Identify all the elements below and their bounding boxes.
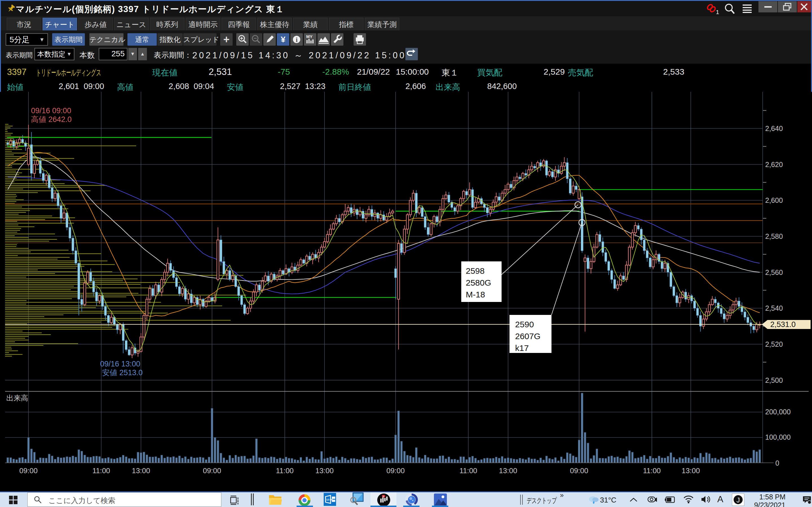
svg-text:1: 1 bbox=[716, 9, 719, 15]
svg-text:11:00: 11:00 bbox=[643, 466, 661, 475]
svg-text:09:00: 09:00 bbox=[19, 466, 38, 475]
svg-text:2,540: 2,540 bbox=[765, 304, 783, 312]
svg-text:100,000: 100,000 bbox=[765, 433, 791, 441]
svg-text:13:00: 13:00 bbox=[499, 466, 517, 475]
svg-text:2,531.0: 2,531.0 bbox=[770, 320, 796, 329]
svg-text:2607G: 2607G bbox=[515, 332, 541, 341]
svg-text:200,000: 200,000 bbox=[765, 408, 791, 416]
svg-text:09:00: 09:00 bbox=[386, 466, 405, 475]
svg-text:2580G: 2580G bbox=[466, 278, 491, 287]
svg-text:09:00: 09:00 bbox=[203, 466, 221, 475]
svg-text:k17: k17 bbox=[515, 343, 529, 353]
svg-text:MY: MY bbox=[306, 34, 313, 39]
svg-text:2,640: 2,640 bbox=[765, 124, 783, 132]
svg-text:2598: 2598 bbox=[466, 266, 485, 276]
svg-text:M-18: M-18 bbox=[466, 290, 485, 299]
svg-text:出来高: 出来高 bbox=[6, 394, 28, 402]
svg-text:2,600: 2,600 bbox=[765, 196, 783, 204]
svg-text:09:00: 09:00 bbox=[570, 466, 588, 475]
svg-text:13:00: 13:00 bbox=[315, 466, 334, 475]
svg-text:安値 2513.0: 安値 2513.0 bbox=[102, 369, 143, 377]
svg-text:0: 0 bbox=[775, 459, 779, 467]
svg-text:2,520: 2,520 bbox=[765, 340, 783, 348]
svg-text:11:00: 11:00 bbox=[459, 466, 477, 475]
svg-text:2,560: 2,560 bbox=[765, 269, 783, 276]
svg-text:2,500: 2,500 bbox=[765, 376, 783, 384]
svg-text:09/16 09:00: 09/16 09:00 bbox=[31, 107, 71, 115]
svg-text:11:00: 11:00 bbox=[276, 466, 294, 475]
svg-text:R: R bbox=[383, 495, 384, 498]
svg-text:13:00: 13:00 bbox=[681, 466, 700, 475]
svg-text:2,620: 2,620 bbox=[765, 161, 783, 168]
svg-text:09/16 13:00: 09/16 13:00 bbox=[100, 360, 140, 368]
svg-text:11:00: 11:00 bbox=[92, 466, 110, 475]
svg-text:2590: 2590 bbox=[515, 320, 534, 329]
svg-text:高値 2642.0: 高値 2642.0 bbox=[31, 115, 71, 124]
svg-text:13:00: 13:00 bbox=[132, 466, 150, 475]
svg-text:2,580: 2,580 bbox=[765, 232, 783, 240]
svg-text:i: i bbox=[296, 36, 298, 43]
svg-text:12:00: 12:00 bbox=[326, 498, 333, 501]
